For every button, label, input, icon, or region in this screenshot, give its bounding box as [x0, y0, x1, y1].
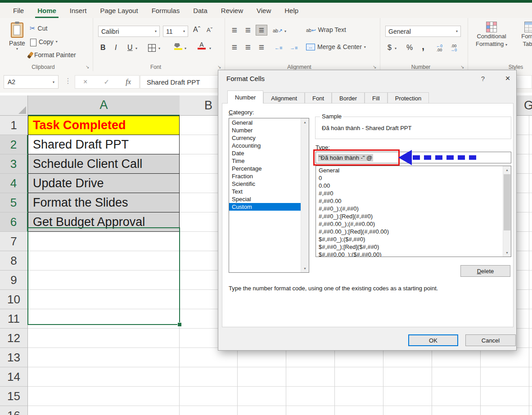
ok-button[interactable]: OK	[408, 334, 458, 346]
row-header[interactable]: 11	[0, 309, 28, 329]
comma-style-button[interactable]: ,	[422, 41, 424, 52]
type-option[interactable]: #,##0.00_);(#,##0.00)	[316, 220, 503, 228]
category-item[interactable]: Percentage	[229, 165, 301, 172]
type-listbox[interactable]: General 0 0.00 #,##0 #,##0.0	[316, 166, 511, 257]
type-option[interactable]: $#,##0_);[Red]($#,##0)	[316, 243, 503, 251]
wrap-text-button[interactable]: ab↩ Wrap Text	[306, 26, 346, 33]
font-size-combo[interactable]: 11 ▾	[163, 26, 188, 37]
type-option[interactable]: #,##0.00_);[Red](#,##0.00)	[316, 228, 503, 235]
menu-tab[interactable]: Home	[31, 3, 63, 18]
scroll-up-icon[interactable]: ▴	[301, 118, 309, 126]
row-header[interactable]: 6	[0, 212, 28, 232]
category-listbox[interactable]: General Number Currency Accounting	[229, 118, 309, 273]
dialog-tab[interactable]: Protection	[388, 92, 429, 104]
category-item[interactable]: Date	[229, 149, 301, 157]
cell-a4[interactable]: Update Drive	[28, 174, 180, 193]
category-item[interactable]: Fraction	[229, 172, 301, 180]
type-option[interactable]: 0.00	[316, 182, 503, 189]
increase-indent-button[interactable]: →≡	[290, 45, 298, 50]
fill-handle[interactable]	[177, 322, 182, 327]
menu-tab[interactable]: Data	[186, 3, 214, 18]
insert-function-icon[interactable]: fx	[126, 78, 131, 86]
dialog-tab[interactable]: Alignment	[263, 92, 305, 104]
dialog-tab[interactable]: Fill	[365, 92, 388, 104]
bold-button[interactable]: B	[100, 44, 106, 52]
scroll-down-icon[interactable]: ▾	[301, 265, 309, 272]
borders-dropdown-icon[interactable]: ▾	[158, 46, 160, 50]
paste-button[interactable]: Paste ▾	[6, 23, 28, 51]
category-item[interactable]: Text	[229, 188, 301, 195]
row-header[interactable]: 15	[0, 387, 28, 406]
type-option[interactable]: 0	[316, 174, 503, 182]
dialog-help-button[interactable]: ?	[478, 75, 487, 82]
cell-a1[interactable]: Task Completed	[28, 116, 180, 135]
row-header[interactable]: 8	[0, 251, 28, 271]
paste-dropdown-icon[interactable]: ▾	[6, 47, 28, 51]
type-option[interactable]: #,##0.00	[316, 197, 503, 205]
category-item[interactable]: Accounting	[229, 142, 301, 149]
row-header[interactable]: 13	[0, 348, 28, 367]
align-left-button[interactable]: ≡	[229, 42, 240, 53]
type-option[interactable]: #,##0_);(#,##0)	[316, 205, 503, 212]
menu-tab[interactable]: Review	[214, 3, 250, 18]
format-as-table-button[interactable]: Forma Table	[514, 22, 532, 48]
font-color-dropdown-icon[interactable]: ▾	[209, 46, 211, 50]
font-color-button[interactable]: A	[198, 42, 206, 50]
italic-button[interactable]: I	[115, 44, 117, 52]
underline-button[interactable]: U	[127, 44, 133, 52]
category-item[interactable]: Time	[229, 157, 301, 165]
dialog-tab[interactable]: Font	[305, 92, 332, 104]
category-item[interactable]: Number	[229, 126, 301, 134]
row-header[interactable]: 7	[0, 232, 28, 251]
accounting-format-button[interactable]: $	[388, 44, 392, 52]
name-box[interactable]: A2 ▾	[4, 75, 59, 89]
category-item[interactable]: Special	[229, 195, 301, 203]
row-header[interactable]: 1	[0, 116, 28, 135]
type-option[interactable]: #,##0_);[Red](#,##0)	[316, 212, 503, 220]
menu-tab[interactable]: View	[250, 3, 278, 18]
select-all-corner[interactable]	[0, 95, 28, 116]
cancel-entry-icon[interactable]: ×	[83, 78, 87, 86]
borders-icon[interactable]	[148, 44, 156, 52]
alignment-dialog-launcher[interactable]: ↘	[373, 64, 378, 70]
accounting-dropdown-icon[interactable]: ▾	[395, 46, 397, 50]
align-right-button[interactable]: ≡	[256, 42, 267, 53]
menu-tab[interactable]: Insert	[63, 3, 94, 18]
type-option[interactable]: $#,##0_);($#,##0)	[316, 235, 503, 243]
merge-center-button[interactable]: ↔ Merge & Center ▾	[306, 43, 366, 50]
shrink-font-button[interactable]: Aˇ	[207, 27, 212, 33]
align-top-button[interactable]: ≡	[229, 25, 240, 36]
category-item[interactable]: General	[229, 119, 301, 126]
row-header[interactable]: 14	[0, 367, 28, 387]
menu-tab[interactable]: Help	[278, 3, 305, 18]
copy-button[interactable]: Copy ▾	[28, 37, 58, 46]
delete-button[interactable]: Delete	[460, 265, 510, 277]
dialog-close-button[interactable]: ×	[500, 72, 515, 85]
cell-a2[interactable]: Shared Draft PPT	[28, 135, 180, 154]
decrease-decimal-button[interactable]: .00 →0	[451, 44, 457, 52]
align-center-button[interactable]: ≡	[242, 42, 254, 53]
type-option[interactable]: #,##0	[316, 189, 503, 197]
scroll-down-icon[interactable]: ▾	[503, 249, 511, 257]
cut-button[interactable]: ✂ Cut	[30, 24, 47, 32]
type-option[interactable]: General	[316, 167, 503, 174]
number-format-combo[interactable]: General ▾	[385, 26, 461, 37]
row-header[interactable]: 4	[0, 174, 28, 193]
formula-bar-drag-dots[interactable]: ⋮	[64, 77, 72, 85]
increase-decimal-button[interactable]: ←0 .00	[436, 44, 442, 52]
category-scrollbar[interactable]: ▴ ▾	[301, 118, 309, 272]
row-header[interactable]: 2	[0, 135, 28, 154]
clipboard-dialog-launcher[interactable]: ↘	[86, 64, 91, 70]
column-header-a[interactable]: A	[28, 95, 180, 116]
font-dialog-launcher[interactable]: ↘	[217, 64, 223, 70]
cell-a3[interactable]: Schedule Client Call	[28, 154, 180, 174]
scroll-up-icon[interactable]: ▴	[503, 166, 511, 174]
dialog-tab[interactable]: Border	[332, 92, 365, 104]
underline-dropdown-icon[interactable]: ▾	[135, 46, 137, 50]
type-option[interactable]: $#,##0.00_);($#,##0.00)	[316, 251, 503, 257]
conditional-formatting-button[interactable]: Conditional Formatting ▾	[474, 22, 509, 49]
category-item[interactable]: Custom	[229, 203, 301, 211]
align-bottom-button[interactable]: ≡	[256, 25, 267, 36]
row-header[interactable]: 5	[0, 193, 28, 212]
row-header[interactable]: 12	[0, 329, 28, 348]
